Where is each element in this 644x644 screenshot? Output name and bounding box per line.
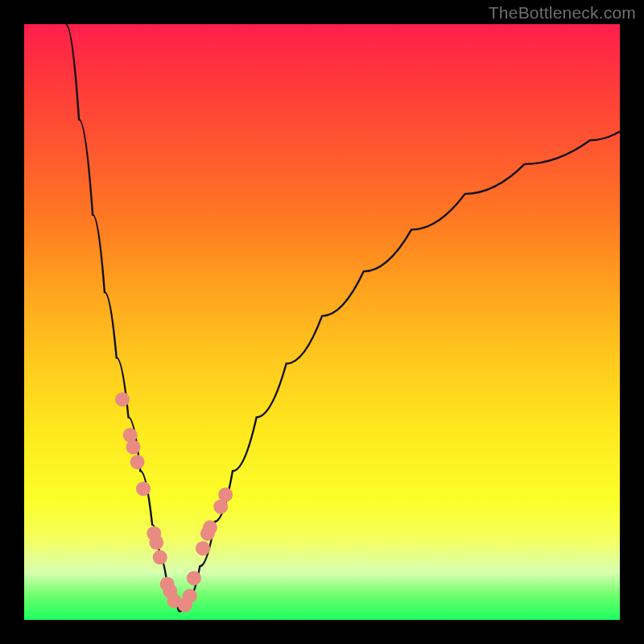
- curve-dot: [203, 520, 217, 535]
- curve-dot: [196, 541, 210, 555]
- curve-dot: [218, 488, 233, 502]
- curve-dot: [183, 588, 197, 603]
- curve-dot: [126, 440, 140, 454]
- curve-dot: [115, 392, 130, 407]
- curve-layer: [24, 24, 620, 620]
- watermark-text: TheBottleneck.com: [489, 3, 636, 23]
- curve-right-branch: [179, 131, 620, 611]
- curve-dot: [153, 550, 167, 564]
- curve-dot: [149, 535, 163, 550]
- plot-area: [24, 24, 620, 620]
- chart-stage: TheBottleneck.com: [0, 0, 644, 644]
- curve-dot: [187, 571, 201, 585]
- curve-dot: [130, 455, 145, 469]
- curve-left-branch: [66, 24, 180, 612]
- curve-dot: [136, 481, 151, 496]
